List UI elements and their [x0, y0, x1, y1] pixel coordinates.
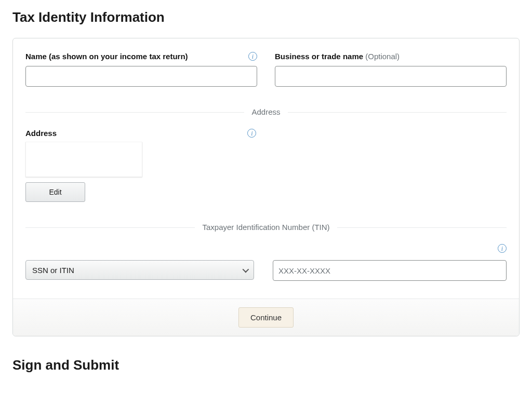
address-card: [25, 142, 142, 177]
continue-button[interactable]: Continue: [238, 307, 294, 328]
tin-type-select[interactable]: SSN or ITIN: [25, 260, 254, 280]
tin-divider: Taxpayer Identification Number (TIN): [25, 223, 507, 232]
tin-divider-label: Taxpayer Identification Number (TIN): [195, 223, 337, 232]
panel-footer: Continue: [13, 299, 519, 336]
address-divider-label: Address: [244, 107, 287, 116]
sign-submit-heading: Sign and Submit: [12, 357, 520, 373]
name-input[interactable]: [25, 66, 257, 87]
info-icon[interactable]: i: [498, 244, 507, 253]
edit-address-button[interactable]: Edit: [25, 182, 85, 202]
optional-suffix: (Optional): [365, 52, 400, 61]
name-label: Name (as shown on your income tax return…: [25, 52, 188, 61]
name-row: Name (as shown on your income tax return…: [25, 52, 507, 87]
chevron-down-icon: [243, 266, 249, 273]
page-title: Tax Identity Information: [12, 9, 520, 25]
address-divider: Address: [25, 107, 507, 116]
tin-input[interactable]: [273, 260, 507, 281]
address-label: Address: [25, 129, 57, 138]
tin-row: SSN or ITIN: [25, 260, 507, 281]
business-name-label: Business or trade name: [275, 52, 363, 61]
business-name-input[interactable]: [275, 66, 507, 87]
info-icon[interactable]: i: [248, 52, 257, 61]
tin-type-value: SSN or ITIN: [32, 266, 74, 275]
info-icon[interactable]: i: [247, 129, 256, 138]
tax-identity-panel: Name (as shown on your income tax return…: [12, 38, 520, 336]
